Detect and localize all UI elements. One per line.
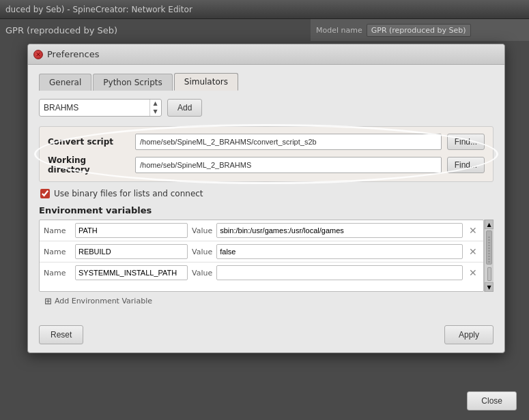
- working-directory-input[interactable]: [135, 157, 442, 173]
- env-delete-button-2[interactable]: ✕: [467, 267, 479, 279]
- env-name-input-0[interactable]: [75, 223, 188, 238]
- window-background: Model name GPR (reproduced by Seb) GPR (…: [0, 19, 529, 420]
- simulator-select[interactable]: BRAHMS GeNN SpineML_2_BRAHMS: [39, 99, 162, 117]
- dialog-titlebar: ✕ Preferences: [28, 44, 504, 65]
- add-env-row[interactable]: ⊞ Add Environment Variable: [39, 292, 494, 308]
- env-value-input-2[interactable]: [216, 265, 463, 280]
- scrollbar-indicator: [487, 267, 491, 281]
- env-delete-button-1[interactable]: ✕: [467, 245, 479, 258]
- dialog-title: Preferences: [47, 49, 99, 59]
- env-scroll-container: Name Value ✕ Name Value ✕: [39, 220, 494, 292]
- env-name-label-1: Name: [44, 247, 71, 256]
- tab-general[interactable]: General: [39, 74, 91, 91]
- env-scrollbar[interactable]: ▲ ▼: [484, 220, 494, 292]
- scrollbar-grip: [488, 237, 490, 264]
- scrollbar-down-button[interactable]: ▼: [485, 282, 494, 292]
- model-name-label: Model name: [316, 26, 362, 35]
- env-name-label-0: Name: [44, 226, 71, 235]
- dialog-content: General Python Scripts Simulators BRAHMS…: [28, 65, 504, 318]
- add-simulator-button[interactable]: Add: [167, 99, 202, 117]
- env-name-input-1[interactable]: [75, 244, 188, 259]
- binary-files-checkbox[interactable]: [40, 189, 50, 198]
- binary-files-row: Use binary files for lists and connect: [40, 189, 494, 198]
- app-subtitle: GPR (reproduced by Seb): [5, 25, 117, 35]
- env-row-path: Name Value ✕: [40, 220, 483, 241]
- model-name-value: GPR (reproduced by Seb): [367, 24, 471, 37]
- reset-button[interactable]: Reset: [39, 325, 83, 344]
- env-name-input-2[interactable]: [75, 265, 188, 280]
- env-value-input-0[interactable]: [216, 223, 463, 238]
- env-variables-section: Environment variables Name Value ✕: [39, 205, 494, 308]
- simulator-row: BRAHMS GeNN SpineML_2_BRAHMS ▲ ▼ Add: [39, 99, 494, 117]
- simulator-select-wrapper: BRAHMS GeNN SpineML_2_BRAHMS ▲ ▼: [39, 99, 162, 117]
- env-value-label-0: Value: [192, 226, 212, 235]
- convert-script-input[interactable]: [135, 134, 442, 150]
- scrollbar-up-button[interactable]: ▲: [485, 220, 494, 229]
- add-env-icon: ⊞: [44, 296, 52, 306]
- env-table: Name Value ✕ Name Value ✕: [39, 220, 484, 292]
- convert-script-find-button[interactable]: Find...: [447, 134, 485, 150]
- dialog-close-button[interactable]: ✕: [33, 50, 43, 59]
- binary-files-label: Use binary files for lists and connect: [54, 189, 203, 198]
- convert-script-row: Convert script Find...: [48, 134, 485, 150]
- env-value-label-2: Value: [192, 269, 212, 278]
- script-section: Convert script Find... Working directory…: [39, 126, 494, 182]
- scrollbar-thumb[interactable]: [486, 230, 492, 265]
- env-row-systemml: Name Value ✕: [40, 262, 483, 283]
- tab-python-scripts[interactable]: Python Scripts: [93, 74, 172, 91]
- preferences-dialog: ✕ Preferences General Python Scripts Sim…: [27, 44, 505, 353]
- env-row-rebuild: Name Value ✕: [40, 241, 483, 262]
- env-name-label-2: Name: [44, 269, 71, 278]
- env-delete-button-0[interactable]: ✕: [467, 224, 479, 237]
- convert-script-label: Convert script: [48, 137, 130, 147]
- env-value-input-1[interactable]: [216, 244, 463, 259]
- close-button[interactable]: Close: [467, 391, 517, 410]
- title-bar-text: duced by Seb) - SpineCreator: Network Ed…: [5, 5, 192, 14]
- model-bar: Model name GPR (reproduced by Seb): [311, 19, 529, 41]
- title-bar: duced by Seb) - SpineCreator: Network Ed…: [0, 0, 529, 19]
- tab-simulators[interactable]: Simulators: [174, 73, 238, 91]
- apply-button[interactable]: Apply: [444, 325, 494, 344]
- working-directory-find-button[interactable]: Find...: [447, 157, 485, 173]
- working-directory-label: Working directory: [48, 155, 130, 175]
- env-value-label-1: Value: [192, 247, 212, 256]
- dialog-footer: Reset Apply: [28, 318, 504, 352]
- tab-bar: General Python Scripts Simulators: [39, 73, 494, 91]
- working-directory-row: Working directory Find...: [48, 155, 485, 175]
- env-section-title: Environment variables: [39, 205, 494, 215]
- add-env-label: Add Environment Variable: [55, 297, 152, 305]
